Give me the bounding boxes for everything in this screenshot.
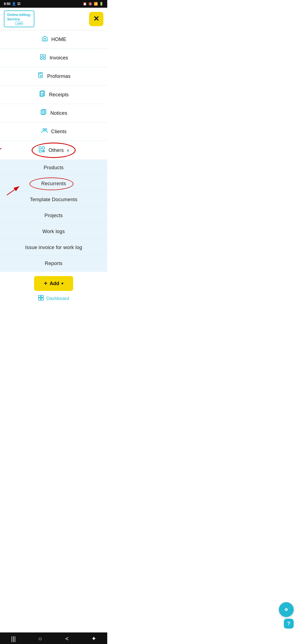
nav-item-work-logs[interactable]: Work logs: [0, 224, 107, 240]
nav-item-clients[interactable]: Clients: [0, 122, 107, 141]
logo-dotcom: .com: [15, 22, 23, 25]
nav-label-clients: Clients: [51, 129, 67, 135]
svg-point-16: [43, 129, 45, 130]
svg-rect-3: [43, 58, 45, 59]
nav-item-products[interactable]: Products: [0, 160, 107, 176]
nav-item-projects[interactable]: Projects: [0, 208, 107, 224]
checkbox-icon: ☑: [17, 2, 20, 6]
nav-label-reports: Reports: [45, 261, 62, 266]
svg-rect-19: [42, 147, 45, 149]
svg-rect-31: [41, 298, 43, 300]
nav-item-others[interactable]: Others ∧: [0, 141, 107, 160]
svg-rect-20: [39, 150, 41, 152]
nav-label-products: Products: [44, 165, 64, 171]
status-bar: 9:50 👤 ☑ ⏰ 🔇 📶 🔋: [0, 0, 107, 8]
status-left: 9:50 👤 ☑: [4, 2, 20, 6]
svg-rect-0: [40, 54, 42, 57]
nav-label-home: HOME: [51, 37, 67, 42]
svg-line-25: [0, 149, 1, 152]
svg-rect-29: [41, 295, 43, 298]
nav-item-notices[interactable]: Notices: [0, 104, 107, 122]
nav-item-reports[interactable]: Reports: [0, 256, 107, 272]
nav-label-notices: Notices: [50, 110, 67, 116]
signal-icon: 📶: [94, 2, 98, 6]
notices-icon: [40, 109, 48, 117]
nav-item-recurrents[interactable]: Recurrents: [0, 176, 107, 192]
svg-rect-18: [39, 147, 41, 149]
nav-item-receipts[interactable]: Receipts: [0, 86, 107, 104]
svg-rect-30: [38, 298, 41, 300]
nav-label-invoices: Invoices: [50, 55, 68, 61]
logo: Online-billing- Service .com: [4, 10, 34, 27]
nav-label-issue-invoice: Issue invoice for work log: [25, 245, 82, 250]
add-dropdown-icon: ▾: [61, 281, 63, 286]
nav-menu: HOME Invoices Proformas: [0, 30, 107, 272]
nav-label-projects: Projects: [45, 213, 63, 219]
nav-item-invoices[interactable]: Invoices: [0, 49, 107, 67]
bottom-section: + Add ▾ Dashboard: [0, 272, 107, 309]
dashboard-link[interactable]: Dashboard: [38, 295, 69, 302]
battery-icon: 🔋: [99, 2, 103, 6]
mute-icon: 🔇: [88, 2, 92, 6]
alarm-icon: ⏰: [83, 2, 87, 6]
time: 9:50: [4, 2, 10, 6]
nav-item-home[interactable]: HOME: [0, 30, 107, 49]
others-arrow: [0, 144, 6, 155]
svg-rect-2: [40, 58, 42, 59]
svg-rect-1: [43, 54, 45, 57]
dashboard-icon: [38, 295, 44, 302]
close-button[interactable]: ✕: [89, 12, 103, 26]
others-caret: ∧: [67, 148, 69, 152]
nav-label-proformas: Proformas: [47, 73, 71, 79]
add-button[interactable]: + Add ▾: [34, 276, 73, 291]
logo-text: Online-billing- Service: [7, 13, 31, 21]
add-plus-icon: +: [44, 280, 48, 287]
nav-label-receipts: Receipts: [49, 92, 69, 98]
invoices-icon: [39, 54, 47, 62]
nav-item-template-documents[interactable]: Template Documents: [0, 192, 107, 208]
svg-point-17: [45, 129, 47, 130]
nav-label-others: Others: [48, 148, 64, 153]
others-icon: [38, 146, 46, 155]
home-icon: [41, 35, 49, 43]
svg-rect-28: [38, 295, 41, 298]
nav-label-recurrents: Recurrents: [41, 181, 66, 187]
person-icon: 👤: [12, 2, 16, 6]
add-label: Add: [50, 281, 59, 286]
nav-item-issue-invoice[interactable]: Issue invoice for work log: [0, 240, 107, 256]
receipts-icon: [38, 91, 46, 99]
nav-label-work-logs: Work logs: [42, 229, 65, 234]
proformas-icon: [37, 72, 45, 80]
header: Online-billing- Service .com ✕: [0, 8, 107, 30]
dashboard-label: Dashboard: [46, 296, 69, 301]
status-right: ⏰ 🔇 📶 🔋: [83, 2, 103, 6]
clients-icon: [41, 127, 48, 136]
nav-item-proformas[interactable]: Proformas: [0, 67, 107, 86]
nav-label-template-documents: Template Documents: [30, 197, 78, 203]
